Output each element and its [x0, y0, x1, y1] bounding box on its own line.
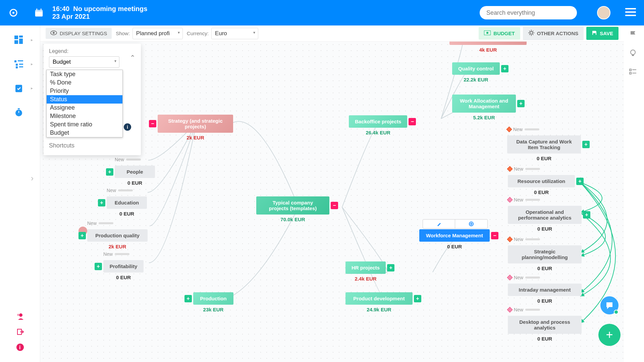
legend-option[interactable]: Priority: [47, 87, 122, 95]
shortcuts-link[interactable]: Shortcuts: [44, 137, 141, 150]
checklist-icon[interactable]: [629, 68, 637, 77]
node-education[interactable]: Education+: [107, 196, 147, 209]
svg-line-34: [533, 34, 533, 35]
hamburger-menu-icon[interactable]: [625, 8, 636, 16]
time-meetings-block: 16:40 No upcoming meetings 23 Apr 2021: [52, 5, 147, 20]
expand-icon[interactable]: +: [517, 100, 525, 107]
bulb-icon[interactable]: [629, 49, 637, 58]
legend-option-selected[interactable]: Status: [47, 95, 122, 104]
legend-option[interactable]: Milestone: [47, 112, 122, 120]
node-work-alloc[interactable]: Work Allocation and Management+: [452, 95, 516, 113]
svg-rect-11: [18, 60, 23, 61]
expand-icon[interactable]: +: [501, 65, 508, 72]
collapse-icon[interactable]: −: [149, 120, 156, 127]
add-fab[interactable]: +: [598, 324, 621, 346]
nav-timer[interactable]: [7, 103, 30, 122]
caret-right-icon: ▸: [31, 38, 33, 42]
svg-rect-39: [632, 55, 634, 56]
logout-icon[interactable]: [13, 325, 27, 339]
chat-fab[interactable]: [600, 296, 619, 314]
expand-icon[interactable]: +: [98, 199, 105, 206]
top-header: 16:40 No upcoming meetings 23 Apr 2021: [0, 0, 644, 25]
collapse-icon[interactable]: −: [409, 118, 416, 125]
nav-tasks[interactable]: ▸: [7, 78, 30, 98]
user-avatar[interactable]: [597, 6, 610, 19]
nav-hierarchy[interactable]: ▸: [7, 54, 30, 74]
node-center-root[interactable]: Typical company projects (templates)−: [256, 196, 329, 215]
svg-line-36: [533, 31, 533, 32]
online-status-dot: [614, 310, 619, 314]
node-hr-projects[interactable]: HR projects+: [345, 261, 386, 274]
node-value: 0 EUR: [508, 265, 582, 271]
expand-icon[interactable]: +: [576, 178, 584, 185]
node-people[interactable]: People+: [115, 166, 155, 178]
info-bubble-icon[interactable]: i: [124, 123, 131, 131]
node-pink-top[interactable]: [449, 42, 527, 45]
node-value: 0 EUR: [508, 336, 582, 342]
collapse-icon[interactable]: −: [331, 202, 338, 209]
node-production[interactable]: Production+: [193, 292, 233, 305]
calendar-icon[interactable]: [32, 6, 46, 19]
legend-option[interactable]: Budget: [47, 129, 122, 137]
global-search-input[interactable]: [480, 6, 577, 19]
expand-icon[interactable]: +: [106, 168, 113, 176]
budget-button[interactable]: BUDGET: [479, 27, 520, 40]
node-workforce-management[interactable]: Workforce Management−: [419, 229, 490, 242]
add-child-icon[interactable]: [455, 220, 487, 228]
expand-icon[interactable]: +: [583, 211, 590, 219]
svg-point-19: [19, 313, 22, 317]
show-dropdown[interactable]: Planned profi: [132, 28, 183, 39]
node-production-quality[interactable]: Production quality+: [87, 229, 148, 242]
edit-node-icon[interactable]: [423, 220, 455, 228]
currency-dropdown[interactable]: Euro: [211, 28, 258, 39]
eye-icon: [50, 31, 57, 36]
legend-option[interactable]: Assignee: [47, 104, 122, 112]
expand-icon[interactable]: +: [387, 264, 394, 272]
svg-line-33: [529, 31, 530, 32]
other-actions-button[interactable]: OTHER ACTIONS: [523, 26, 584, 40]
app-logo-icon[interactable]: [6, 5, 21, 20]
svg-rect-13: [19, 64, 23, 65]
flag-icon[interactable]: [629, 30, 637, 40]
node-data-capture[interactable]: Data Capture and Work Item Tracking+: [507, 135, 581, 154]
expand-icon[interactable]: +: [78, 232, 86, 239]
legend-select[interactable]: Budget: [49, 56, 119, 68]
collapse-panel-icon[interactable]: ⌃: [130, 54, 136, 62]
svg-point-27: [486, 32, 488, 34]
expand-icon[interactable]: +: [184, 295, 192, 302]
node-value: 24.9k EUR: [345, 307, 413, 312]
node-value: 0 EUR: [507, 156, 581, 161]
svg-rect-10: [14, 60, 16, 62]
svg-text:+: +: [17, 312, 19, 317]
expand-icon[interactable]: +: [95, 263, 102, 270]
save-button[interactable]: SAVE: [586, 27, 619, 40]
node-product-dev[interactable]: Product development+: [345, 292, 413, 305]
svg-rect-40: [630, 69, 631, 71]
node-resource-util[interactable]: Resource utilization+: [508, 175, 575, 187]
show-label: Show:: [116, 31, 130, 36]
display-settings-button[interactable]: DISPLAY SETTINGS: [46, 28, 112, 39]
invite-user-icon[interactable]: +: [13, 310, 27, 323]
expand-icon[interactable]: +: [414, 295, 421, 302]
node-value: 70.0k EUR: [256, 217, 329, 222]
money-icon: [484, 31, 491, 36]
node-profitability[interactable]: Profitability+: [103, 260, 144, 273]
info-icon[interactable]: i: [13, 341, 27, 354]
node-desktop[interactable]: Desktop and process analytics: [508, 316, 582, 334]
expand-icon[interactable]: +: [582, 141, 590, 148]
legend-option[interactable]: Task type: [47, 70, 122, 78]
node-operational[interactable]: Operational and performance analytics+: [508, 206, 582, 224]
legend-option[interactable]: Spent time ratio: [47, 120, 122, 129]
nav-dashboard[interactable]: ▸: [7, 30, 30, 50]
node-strategy[interactable]: Strategy (and strategic projects)−: [158, 115, 233, 133]
node-backoffice[interactable]: Backoffice projects−: [349, 115, 407, 128]
svg-point-38: [631, 50, 635, 55]
node-quality-control[interactable]: Quality control+: [452, 62, 500, 75]
collapse-icon[interactable]: −: [491, 232, 498, 239]
node-intraday[interactable]: Intraday management: [508, 284, 582, 296]
node-value: 0 EUR: [508, 189, 575, 195]
sidebar-expand-icon[interactable]: ›: [31, 174, 34, 183]
node-value: 2k EUR: [87, 244, 148, 249]
legend-option[interactable]: % Done: [47, 78, 122, 87]
node-strategic[interactable]: Strategic planning/modelling: [508, 245, 582, 263]
